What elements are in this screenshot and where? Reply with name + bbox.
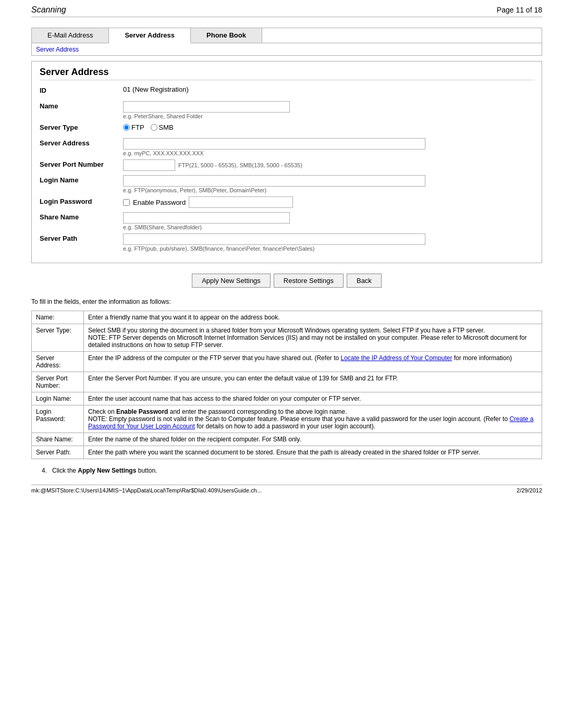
page-title: Scanning: [31, 5, 66, 15]
server-address-label: Server Address: [40, 138, 123, 147]
server-address-content: e.g. myPC, XXX.XXX.XXX.XXX: [123, 138, 534, 156]
table-row: ServerAddress: Enter the IP address of t…: [32, 352, 542, 372]
name-row: Name e.g. PeterShare, Shared Folder: [40, 101, 534, 119]
locate-ip-link[interactable]: Locate the IP Address of Your Computer: [340, 354, 452, 362]
server-type-label: Server Type: [40, 122, 123, 131]
server-path-label: Server Path: [40, 233, 123, 242]
table-cell-field: Server Path:: [32, 446, 84, 459]
ftp-radio-label[interactable]: FTP: [123, 124, 144, 131]
id-value: 01 (New Registration): [123, 85, 534, 93]
server-port-label: Server Port Number: [40, 159, 123, 168]
server-type-content: FTP SMB: [123, 122, 534, 131]
name-input[interactable]: [123, 101, 290, 113]
buttons-row: Apply New Settings Restore Settings Back: [31, 274, 542, 288]
server-type-radio-group: FTP SMB: [123, 122, 534, 131]
tab-server-address[interactable]: Server Address: [109, 28, 191, 43]
table-cell-desc: Enter the path where you want the scanne…: [84, 446, 542, 459]
share-name-input[interactable]: [123, 212, 290, 224]
smb-radio-label[interactable]: SMB: [151, 124, 174, 131]
restore-settings-button[interactable]: Restore Settings: [274, 274, 344, 288]
table-cell-field: LoginPassword:: [32, 405, 84, 433]
table-cell-desc: Enter the IP address of the computer or …: [84, 352, 542, 372]
table-cell-field: Login Name:: [32, 392, 84, 405]
enable-password-bold: Enable Password: [116, 408, 168, 415]
enable-password-label: Enable Password: [133, 199, 186, 206]
server-type-row: Server Type FTP SMB: [40, 122, 534, 135]
id-label: ID: [40, 85, 123, 94]
tabs-row: E-Mail Address Server Address Phone Book: [32, 28, 542, 43]
footer-path: mk:@MSITStore:C:\Users\14JMIS~1\AppData\…: [31, 487, 262, 493]
server-port-row: Server Port Number FTP(21, 5000 - 65535)…: [40, 159, 534, 172]
page-number: Page 11 of 18: [497, 6, 542, 14]
create-password-link[interactable]: Create a Password for Your User Login Ac…: [88, 415, 533, 430]
table-row: Server Type: Select SMB if you storing t…: [32, 324, 542, 352]
login-password-label: Login Password: [40, 196, 123, 205]
tab-email[interactable]: E-Mail Address: [32, 28, 109, 43]
share-name-hint: e.g. SMB(Share, Sharedfolder): [123, 224, 534, 230]
page-footer: mk:@MSITStore:C:\Users\14JMIS~1\AppData\…: [31, 485, 542, 493]
server-address-hint: e.g. myPC, XXX.XXX.XXX.XXX: [123, 150, 534, 156]
tab-phone-book-label: Phone Book: [206, 31, 246, 39]
table-cell-field: Name:: [32, 311, 84, 324]
server-address-row: Server Address e.g. myPC, XXX.XXX.XXX.XX…: [40, 138, 534, 156]
tab-phone-book[interactable]: Phone Book: [191, 28, 262, 43]
enable-password-checkbox[interactable]: [123, 199, 130, 206]
tab-spacer: [262, 28, 542, 43]
name-hint: e.g. PeterShare, Shared Folder: [123, 113, 534, 119]
login-name-label: Login Name: [40, 175, 123, 184]
table-row: Server Path: Enter the path where you wa…: [32, 446, 542, 459]
table-cell-desc: Enter the name of the shared folder on t…: [84, 433, 542, 446]
table-cell-desc: Select SMB if you storing the document i…: [84, 324, 542, 352]
name-content: e.g. PeterShare, Shared Folder: [123, 101, 534, 119]
breadcrumb-link[interactable]: Server Address: [36, 46, 79, 53]
login-name-content: e.g. FTP(anonymous, Peter), SMB(Peter, D…: [123, 175, 534, 193]
password-checkbox-row: Enable Password: [123, 196, 534, 208]
apply-settings-button[interactable]: Apply New Settings: [192, 274, 271, 288]
server-path-input[interactable]: [123, 233, 425, 245]
table-row: LoginPassword: Check on Enable Password …: [32, 405, 542, 433]
table-cell-desc: Enter the Server Port Number. If you are…: [84, 372, 542, 392]
share-name-label: Share Name: [40, 212, 123, 221]
login-name-input[interactable]: [123, 175, 425, 187]
port-input[interactable]: [123, 159, 175, 171]
info-text: To fill in the fields, enter the informa…: [31, 298, 542, 305]
table-row: Name: Enter a friendly name that you wan…: [32, 311, 542, 324]
tabs-container: E-Mail Address Server Address Phone Book…: [31, 28, 542, 56]
login-password-row: Login Password Enable Password: [40, 196, 534, 209]
table-row: Login Name: Enter the user account name …: [32, 392, 542, 405]
footer-date: 2/29/2012: [517, 487, 542, 493]
form-title: Server Address: [40, 67, 534, 80]
breadcrumb-row: Server Address: [32, 43, 542, 55]
server-port-content: FTP(21, 5000 - 65535), SMB(139, 5000 - 6…: [123, 159, 534, 171]
server-address-form: Server Address ID 01 (New Registration) …: [31, 61, 542, 263]
table-cell-desc: Check on Enable Password and enter the p…: [84, 405, 542, 433]
server-address-input[interactable]: [123, 138, 425, 150]
ftp-radio[interactable]: [123, 124, 130, 131]
page-header: Scanning Page 11 of 18: [31, 5, 542, 17]
port-row: FTP(21, 5000 - 65535), SMB(139, 5000 - 6…: [123, 159, 534, 171]
table-cell-field: Share Name:: [32, 433, 84, 446]
server-path-content: e.g. FTP(pub, pub/share), SMB(finance, f…: [123, 233, 534, 252]
name-label: Name: [40, 101, 123, 110]
tab-server-address-label: Server Address: [125, 31, 175, 39]
tab-email-label: E-Mail Address: [47, 31, 93, 39]
server-path-hint: e.g. FTP(pub, pub/share), SMB(finance, f…: [123, 245, 534, 252]
step-note: 4. Click the Apply New Settings button.: [31, 467, 542, 474]
login-name-hint: e.g. FTP(anonymous, Peter), SMB(Peter, D…: [123, 187, 534, 193]
table-cell-desc: Enter the user account name that has acc…: [84, 392, 542, 405]
table-cell-field: Server Type:: [32, 324, 84, 352]
table-cell-field: ServerAddress:: [32, 352, 84, 372]
login-password-content: Enable Password: [123, 196, 534, 208]
password-input[interactable]: [189, 196, 293, 208]
info-table: Name: Enter a friendly name that you wan…: [31, 311, 542, 459]
table-cell-field: Server PortNumber:: [32, 372, 84, 392]
back-button[interactable]: Back: [347, 274, 382, 288]
id-content: 01 (New Registration): [123, 85, 534, 93]
table-row: Server PortNumber: Enter the Server Port…: [32, 372, 542, 392]
server-path-row: Server Path e.g. FTP(pub, pub/share), SM…: [40, 233, 534, 252]
smb-radio[interactable]: [151, 124, 157, 131]
table-cell-desc: Enter a friendly name that you want it t…: [84, 311, 542, 324]
login-name-row: Login Name e.g. FTP(anonymous, Peter), S…: [40, 175, 534, 193]
table-row: Share Name: Enter the name of the shared…: [32, 433, 542, 446]
id-row: ID 01 (New Registration): [40, 85, 534, 98]
